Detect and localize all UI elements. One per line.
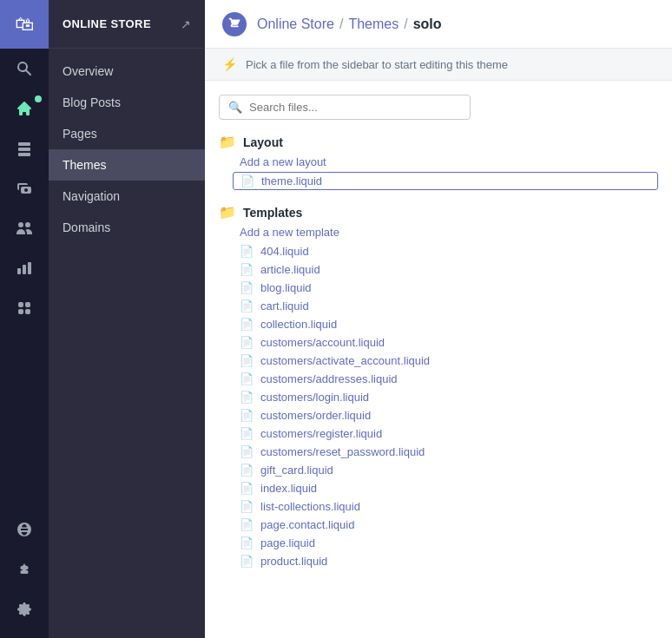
file-collection[interactable]: 📄collection.liquid <box>219 315 658 333</box>
add-new-template-link[interactable]: Add a new template <box>219 226 658 239</box>
settings-nav-icon[interactable] <box>0 589 49 629</box>
external-link-icon[interactable]: ↗ <box>181 17 191 31</box>
file-icon-8: 📄 <box>240 391 254 404</box>
layout-section-header: 📁 Layout <box>219 134 658 150</box>
sidebar-item-overview[interactable]: Overview <box>49 56 205 87</box>
shopify-logo: 🛍 <box>0 0 49 49</box>
sidebar: ONLINE STORE ↗ Overview Blog Posts Pages… <box>49 0 205 638</box>
sidebar-item-navigation[interactable]: Navigation <box>49 181 205 212</box>
file-icon-0: 📄 <box>240 245 254 258</box>
file-customers-account[interactable]: 📄customers/account.liquid <box>219 333 658 352</box>
file-blog[interactable]: 📄blog.liquid <box>219 279 658 297</box>
file-page[interactable]: 📄page.liquid <box>219 534 658 552</box>
orders-nav-icon[interactable] <box>0 128 49 168</box>
file-icon-4: 📄 <box>240 318 254 331</box>
breadcrumb-online-store[interactable]: Online Store <box>257 16 334 32</box>
globe-nav-icon[interactable] <box>0 510 49 549</box>
theme-liquid-name: theme.liquid <box>261 174 322 187</box>
file-icon-9: 📄 <box>240 409 254 422</box>
layout-folder-icon: 📁 <box>219 134 236 150</box>
file-icon-11: 📄 <box>240 445 254 458</box>
sidebar-navigation: Overview Blog Posts Pages Themes Navigat… <box>49 49 205 243</box>
puzzle-nav-icon[interactable] <box>0 549 49 589</box>
file-customers-reset[interactable]: 📄customers/reset_password.liquid <box>219 443 658 461</box>
search-icon: 🔍 <box>228 101 242 114</box>
icon-bar-bottom <box>0 510 49 638</box>
file-icon-6: 📄 <box>240 354 254 367</box>
analytics-nav-icon[interactable] <box>0 248 49 288</box>
templates-section-header: 📁 Templates <box>219 204 658 220</box>
main-content: Online Store / Themes / solo ⚡ Pick a fi… <box>205 0 672 638</box>
icon-bar: 🛍 <box>0 0 49 638</box>
customers-nav-icon[interactable] <box>0 208 49 248</box>
file-customers-addresses[interactable]: 📄customers/addresses.liquid <box>219 370 658 388</box>
file-customers-activate[interactable]: 📄customers/activate_account.liquid <box>219 352 658 370</box>
file-article[interactable]: 📄article.liquid <box>219 260 658 279</box>
apps-nav-icon[interactable] <box>0 288 49 328</box>
file-icon-3: 📄 <box>240 299 254 312</box>
file-customers-login[interactable]: 📄customers/login.liquid <box>219 388 658 406</box>
search-input[interactable] <box>249 101 461 114</box>
file-icon-1: 📄 <box>240 263 254 276</box>
file-list-collections[interactable]: 📄list-collections.liquid <box>219 497 658 516</box>
sidebar-title: ONLINE STORE <box>63 17 151 30</box>
search-box[interactable]: 🔍 <box>219 95 471 120</box>
file-browser: 🔍 📁 Layout Add a new layout 📄 theme.liqu… <box>205 81 672 638</box>
file-icon-17: 📄 <box>240 555 254 568</box>
file-icon-2: 📄 <box>240 281 254 294</box>
home-nav-icon[interactable] <box>0 89 49 128</box>
sidebar-item-themes[interactable]: Themes <box>49 149 205 181</box>
sidebar-header: ONLINE STORE ↗ <box>49 0 205 49</box>
products-nav-icon[interactable] <box>0 168 49 208</box>
breadcrumb-themes[interactable]: Themes <box>348 16 399 32</box>
file-icon-5: 📄 <box>240 336 254 349</box>
breadcrumb-current: solo <box>413 16 442 32</box>
file-icon-7: 📄 <box>240 372 254 385</box>
file-icon-15: 📄 <box>240 518 254 531</box>
topbar: Online Store / Themes / solo <box>205 0 672 49</box>
file-icon-12: 📄 <box>240 464 254 477</box>
sidebar-item-domains[interactable]: Domains <box>49 212 205 243</box>
file-index[interactable]: 📄index.liquid <box>219 479 658 497</box>
templates-section-title: Templates <box>243 206 302 220</box>
layout-section-title: Layout <box>243 135 283 149</box>
sidebar-item-pages[interactable]: Pages <box>49 118 205 149</box>
file-customers-register[interactable]: 📄customers/register.liquid <box>219 424 658 443</box>
file-icon-14: 📄 <box>240 500 254 513</box>
file-product[interactable]: 📄product.liquid <box>219 552 658 570</box>
file-icon-16: 📄 <box>240 536 254 549</box>
templates-folder-icon: 📁 <box>219 204 236 220</box>
layout-section: 📁 Layout Add a new layout 📄 theme.liquid <box>219 134 658 190</box>
breadcrumb: Online Store / Themes / solo <box>257 16 442 32</box>
online-store-icon <box>222 12 247 36</box>
info-bar-text: Pick a file from the sidebar to start ed… <box>246 58 508 71</box>
templates-section: 📁 Templates Add a new template 📄404.liqu… <box>219 204 658 570</box>
file-gift-card[interactable]: 📄gift_card.liquid <box>219 461 658 479</box>
info-bar: ⚡ Pick a file from the sidebar to start … <box>205 49 672 81</box>
search-nav-icon[interactable] <box>0 49 49 89</box>
file-icon-theme: 📄 <box>240 174 254 187</box>
breadcrumb-sep-1: / <box>339 16 343 32</box>
add-new-layout-link[interactable]: Add a new layout <box>219 155 658 168</box>
file-cart[interactable]: 📄cart.liquid <box>219 297 658 315</box>
info-lightning-icon: ⚡ <box>222 57 237 71</box>
breadcrumb-sep-2: / <box>404 16 407 32</box>
sidebar-item-blog-posts[interactable]: Blog Posts <box>49 87 205 118</box>
file-404[interactable]: 📄404.liquid <box>219 242 658 260</box>
active-dot <box>35 95 42 102</box>
file-icon-10: 📄 <box>240 427 254 440</box>
file-page-contact[interactable]: 📄page.contact.liquid <box>219 516 658 534</box>
file-customers-order[interactable]: 📄customers/order.liquid <box>219 406 658 424</box>
theme-liquid-file[interactable]: 📄 theme.liquid <box>233 172 658 190</box>
file-icon-13: 📄 <box>240 482 254 495</box>
